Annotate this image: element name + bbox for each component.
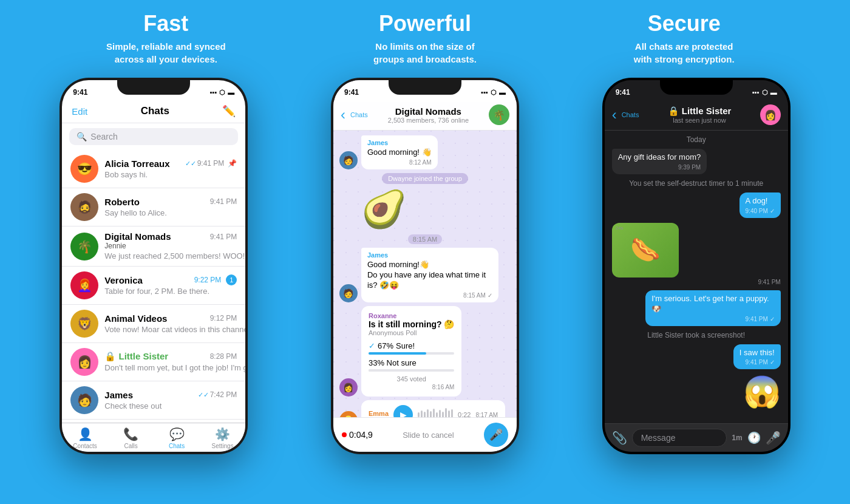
tab-contacts-label: Contacts [73, 443, 97, 449]
clock-icon: 🕐 [747, 431, 761, 444]
dark-chat-sub: last seen just now [644, 117, 755, 124]
tab-calls[interactable]: 📞 Calls [108, 427, 154, 449]
waveform [418, 408, 453, 417]
tab-chats[interactable]: 💬 Chats [154, 427, 200, 449]
list-item[interactable]: 🧔 Roberto 9:41 PM Say hello to Alice. [62, 188, 245, 226]
message-time: 9:41 PM [614, 279, 781, 285]
header-row: Fast Simple, reliable and syncedacross a… [0, 0, 850, 72]
image-content: 🌭 [630, 236, 661, 264]
chat-name: Veronica [104, 275, 143, 285]
avatar: 🦁 [70, 310, 98, 338]
powerful-title: Powerful [308, 11, 543, 36]
message-time: 9:41 PM ✓ [739, 359, 775, 366]
chat-time: 9:41 PM [210, 233, 237, 241]
sender-name: James [367, 139, 432, 146]
message-time: 9:39 PM [618, 164, 701, 171]
search-placeholder: Search [90, 132, 117, 141]
signal-icon-2: ▪▪▪ [481, 89, 488, 96]
message-input[interactable]: Message [632, 429, 727, 447]
message-time: 8:12 AM [367, 159, 432, 166]
back-label[interactable]: Chats [350, 111, 368, 118]
phone-fast: 9:41 ▪▪▪ ⬡ ▬ Edit Chats ✏️ 🔍 Search [59, 78, 248, 454]
poll-option-sure-text: Sure! [396, 341, 415, 350]
notch-secure [660, 78, 733, 95]
compose-button[interactable]: ✏️ [222, 104, 236, 118]
message-group: I saw this! 9:41 PM ✓ [612, 344, 781, 370]
play-button[interactable]: ▶ [393, 405, 413, 417]
chat-info: Alicia Torreaux ✓✓ 9:41 PM 📌 Bob says hi… [104, 158, 237, 180]
avatar: 😎 [70, 155, 98, 183]
timer-indicator: 1m [732, 434, 742, 442]
mic-button[interactable]: 🎤 [484, 423, 508, 447]
chat-list: 😎 Alicia Torreaux ✓✓ 9:41 PM 📌 Bob sa [62, 150, 245, 423]
signal-icon: ▪▪▪ [210, 89, 217, 96]
dark-back-button[interactable]: ‹ [612, 107, 617, 122]
calls-icon: 📞 [123, 427, 138, 441]
chat-time: 9:41 PM [210, 197, 237, 206]
phones-row: 9:41 ▪▪▪ ⬡ ▬ Edit Chats ✏️ 🔍 Search [0, 72, 850, 454]
list-item[interactable]: 🌴 Digital Nomads 9:41 PM Jennie We just … [62, 226, 245, 267]
voice-duration: 0:22 [458, 411, 471, 417]
list-item[interactable]: 🧑 James ✓✓ 7:42 PM Check these out [62, 381, 245, 420]
secure-subtitle: All chats are protectedwith strong encry… [566, 40, 801, 66]
status-icons-3: ▪▪▪ ⬡ ▬ [752, 89, 777, 97]
message-group: 👩 Roxanne Is it still morning? 🤔 Anonymo… [339, 306, 511, 397]
unread-badge: 1 [226, 274, 237, 285]
poll-option: 33% Not sure [369, 358, 454, 372]
chat-info: Veronica 9:22 PM 1 Table for four, 2 PM.… [104, 274, 237, 296]
list-item[interactable]: 🦁 Animal Videos 9:12 PM Vote now! Moar c… [62, 305, 245, 343]
wifi-icon-3: ⬡ [762, 89, 768, 97]
dark-nav: ‹ Chats 🔒 Little Sister last seen just n… [605, 102, 788, 131]
avatar: 👩 [70, 348, 98, 376]
message-group: 👱‍♀️ Emma ▶ [339, 400, 511, 417]
tab-contacts[interactable]: 👤 Contacts [62, 427, 108, 449]
back-button[interactable]: ‹ [341, 107, 345, 122]
wave-bar [445, 408, 447, 417]
chat-info: 🔒 Little Sister 8:28 PM Don't tell mom y… [104, 351, 237, 373]
mic-button[interactable]: 🎤 [766, 431, 781, 445]
sender-avatar: 🧑 [339, 151, 358, 169]
attachment-button[interactable]: 📎 [612, 431, 627, 445]
group-avatar: 🌴 [489, 104, 509, 125]
poll-question: Is it still morning? 🤔 [369, 319, 454, 329]
powerful-column-header: Powerful No limits on the size ofgroups … [296, 11, 555, 66]
powerful-subtitle: No limits on the size ofgroups and broad… [308, 40, 543, 66]
voice-bubble: Emma ▶ [361, 400, 505, 417]
tab-settings[interactable]: ⚙️ Settings [200, 427, 246, 449]
chat-time: 7:42 PM [210, 390, 237, 399]
list-item[interactable]: 👩 🔒 Little Sister 8:28 PM Don't tell mom… [62, 343, 245, 381]
phone-secure: 9:41 ▪▪▪ ⬡ ▬ ‹ Chats 🔒 Little Sister las… [602, 78, 790, 454]
voice-sender: Emma [369, 410, 389, 417]
chat-time: 9:12 PM [210, 314, 237, 322]
messages-area: 🧑 James Good morning! 👋 8:12 AM Dwayne j… [333, 131, 517, 417]
search-bar[interactable]: 🔍 Search [69, 128, 238, 145]
sender-avatar: 🧑 [339, 284, 358, 302]
chat-preview: Say hello to Alice. [104, 208, 167, 217]
poll-sender: Roxanne [369, 312, 454, 319]
message-time: 8:16 AM [369, 384, 454, 390]
list-item[interactable]: 😎 Alicia Torreaux ✓✓ 9:41 PM 📌 Bob sa [62, 150, 245, 188]
edit-button[interactable]: Edit [72, 106, 87, 117]
dark-back-label[interactable]: Chats [622, 111, 639, 118]
message-bubble: Any gift ideas for mom? 9:39 PM [612, 149, 707, 174]
poll-option-label: ✓ 67% Sure! [369, 341, 415, 350]
message-time: 8:15 AM ✓ [367, 292, 492, 299]
chats-icon: 💬 [169, 427, 185, 441]
chat-name: 🔒 Little Sister [104, 351, 168, 362]
list-item[interactable]: 🦉 Study Group 7:36 PM Emma [62, 420, 245, 423]
recording-indicator: 0:04,9 [342, 430, 373, 440]
wave-bar [436, 412, 438, 417]
check-icon: ✓✓ [185, 160, 196, 168]
message-bubble: James Good morning! 👋 8:12 AM [361, 135, 438, 169]
sender-name: James [367, 251, 492, 259]
list-item[interactable]: 👩‍🦰 Veronica 9:22 PM 1 Table for four, 2… [62, 267, 245, 305]
chats-title: Chats [141, 105, 169, 117]
chat-time: 8:28 PM [210, 352, 237, 361]
dark-chat-avatar: 👩 [760, 104, 781, 125]
system-message: You set the self-destruct timer to 1 min… [612, 179, 781, 188]
time-divider: 8:15 AM [408, 234, 442, 244]
poll-option: ✓ 67% Sure! [369, 341, 454, 355]
notch-fast [117, 78, 190, 95]
chat-name: James [104, 390, 133, 400]
message-time: 9:40 PM ✓ [746, 208, 775, 214]
